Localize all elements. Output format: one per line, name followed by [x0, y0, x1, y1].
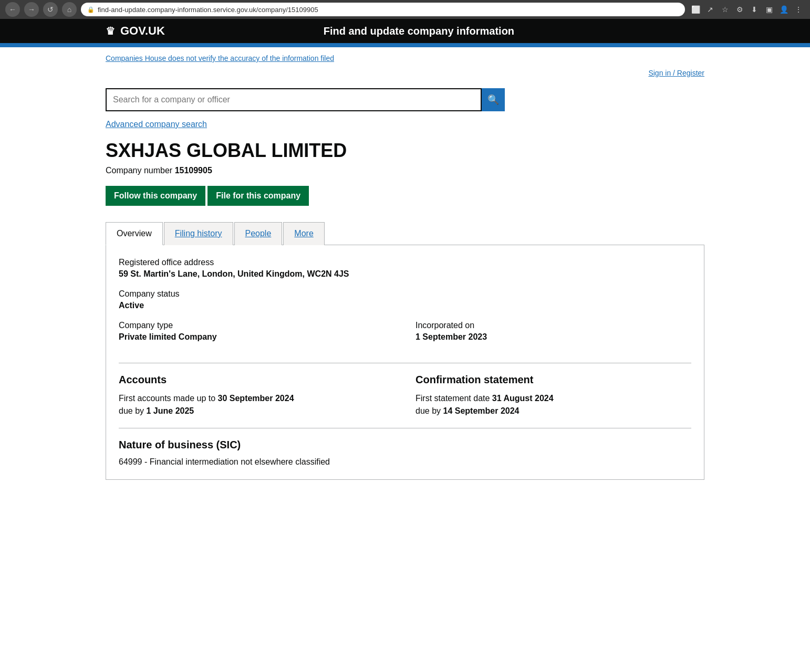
registered-office-section: Registered office address 59 St. Martin'…	[119, 258, 691, 279]
company-number-value: 15109905	[175, 166, 212, 175]
screenshot-button[interactable]: ⬜	[689, 3, 702, 16]
confirmation-section: Confirmation statement First statement d…	[416, 374, 691, 417]
page-content: Companies House does not verify the accu…	[0, 47, 810, 672]
crown-icon: ♛	[106, 25, 115, 37]
advanced-search-link: Advanced company search	[106, 120, 704, 129]
type-incorporated-row: Company type Private limited Company Inc…	[119, 321, 691, 352]
company-status-value: Active	[119, 301, 691, 310]
accounts-due-label: due by	[119, 406, 144, 415]
govuk-logo[interactable]: ♛ GOV.UK	[106, 24, 165, 38]
accounts-date1: 30 September 2024	[218, 394, 294, 403]
nature-value: 64999 - Financial intermediation not els…	[119, 457, 691, 467]
address-bar[interactable]: 🔒 find-and-update.company-information.se…	[81, 3, 685, 16]
file-button[interactable]: File for this company	[207, 186, 309, 206]
search-icon: 🔍	[487, 94, 499, 106]
search-button[interactable]: 🔍	[482, 88, 505, 111]
accounts-confirmation-row: Accounts First accounts made up to 30 Se…	[119, 374, 691, 417]
search-container: 🔍	[106, 88, 505, 111]
download-button[interactable]: ⬇	[748, 3, 761, 16]
section-divider-2	[119, 428, 691, 428]
nature-heading: Nature of business (SIC)	[119, 439, 691, 451]
registered-office-value: 59 St. Martin's Lane, London, United Kin…	[119, 269, 691, 279]
bookmark-button[interactable]: ☆	[719, 3, 731, 16]
profile-button[interactable]: 👤	[777, 3, 790, 16]
tab-people[interactable]: People	[234, 222, 283, 245]
company-number-label: Company number	[106, 166, 172, 175]
accounts-date2: 1 June 2025	[147, 406, 194, 415]
tab-overview[interactable]: Overview	[106, 222, 163, 245]
company-name: SXHJAS GLOBAL LIMITED	[106, 140, 704, 162]
company-panel: Registered office address 59 St. Martin'…	[106, 245, 704, 480]
tab-more[interactable]: More	[283, 222, 324, 245]
incorporated-on-value: 1 September 2023	[416, 332, 691, 342]
company-status-label: Company status	[119, 289, 691, 299]
nav-home-button[interactable]: ⌂	[62, 2, 77, 17]
menu-button[interactable]: ⋮	[792, 3, 805, 16]
lock-icon: 🔒	[87, 6, 95, 13]
accounts-section: Accounts First accounts made up to 30 Se…	[119, 374, 394, 417]
nav-refresh-button[interactable]: ↺	[43, 2, 58, 17]
nav-forward-button[interactable]: →	[24, 2, 39, 17]
signin-link[interactable]: Sign in / Register	[648, 69, 704, 77]
advanced-search-anchor[interactable]: Advanced company search	[106, 120, 207, 129]
accuracy-notice-link[interactable]: Companies House does not verify the accu…	[106, 54, 334, 62]
sign-in-bar: Sign in / Register	[106, 65, 704, 83]
url-text: find-and-update.company-information.serv…	[98, 6, 318, 14]
registered-office-label: Registered office address	[119, 258, 691, 267]
accuracy-notice: Companies House does not verify the accu…	[106, 47, 704, 65]
tabs-container: Overview Filing history People More	[106, 222, 704, 245]
action-buttons: Follow this company File for this compan…	[106, 186, 704, 206]
govuk-logo-text: GOV.UK	[120, 24, 165, 38]
confirmation-text: First statement date 31 August 2024 due …	[416, 392, 691, 417]
accounts-heading: Accounts	[119, 374, 394, 386]
confirmation-due-label: due by	[416, 406, 441, 415]
search-input[interactable]	[106, 88, 482, 111]
govuk-header: ♛ GOV.UK Find and update company informa…	[0, 19, 810, 43]
incorporated-on-col: Incorporated on 1 September 2023	[416, 321, 691, 352]
incorporated-on-label: Incorporated on	[416, 321, 691, 330]
nature-section: Nature of business (SIC) 64999 - Financi…	[119, 439, 691, 467]
browser-chrome: ← → ↺ ⌂ 🔒 find-and-update.company-inform…	[0, 0, 810, 19]
accounts-text: First accounts made up to 30 September 2…	[119, 392, 394, 417]
confirmation-heading: Confirmation statement	[416, 374, 691, 386]
accounts-prefix: First accounts made up to	[119, 394, 215, 403]
company-type-value: Private limited Company	[119, 332, 394, 342]
company-status-section: Company status Active	[119, 289, 691, 310]
follow-button[interactable]: Follow this company	[106, 186, 205, 206]
blue-banner	[0, 43, 810, 47]
company-number-line: Company number 15109905	[106, 166, 704, 175]
window-button[interactable]: ▣	[763, 3, 775, 16]
section-divider-1	[119, 363, 691, 363]
browser-actions: ⬜ ↗ ☆ ⚙ ⬇ ▣ 👤 ⋮	[689, 3, 805, 16]
tab-filing-history[interactable]: Filing history	[164, 222, 233, 245]
site-title: Find and update company information	[324, 25, 514, 37]
confirmation-date2: 14 September 2024	[443, 406, 520, 415]
extensions-button[interactable]: ⚙	[733, 3, 746, 16]
share-button[interactable]: ↗	[704, 3, 716, 16]
confirmation-date1: 31 August 2024	[492, 394, 554, 403]
company-type-label: Company type	[119, 321, 394, 330]
nav-back-button[interactable]: ←	[5, 2, 20, 17]
company-type-col: Company type Private limited Company	[119, 321, 394, 352]
confirmation-prefix: First statement date	[416, 394, 490, 403]
